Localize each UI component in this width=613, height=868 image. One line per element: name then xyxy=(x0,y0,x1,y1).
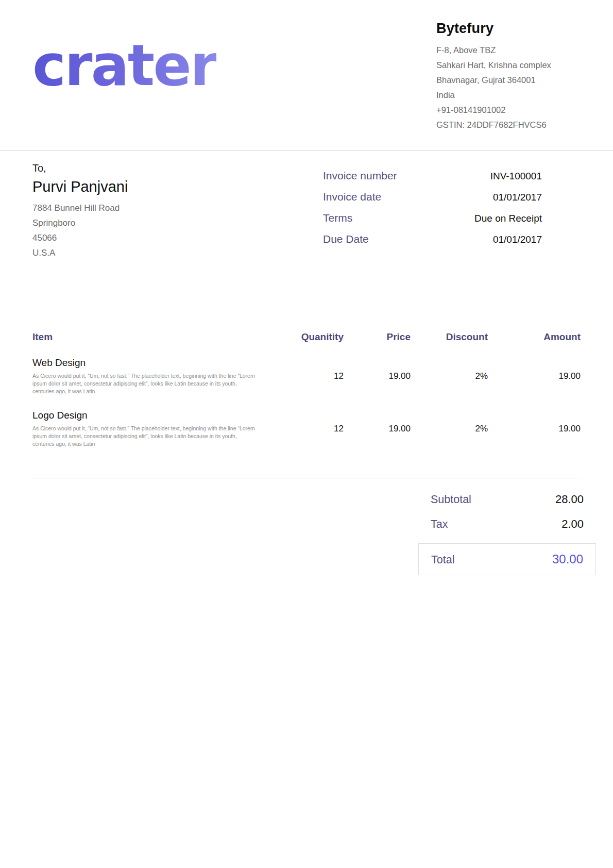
line-items-table: Item Quanitity Price Discount Amount Web… xyxy=(32,331,581,478)
invoice-date-row: Invoice date 01/01/2017 xyxy=(323,191,542,203)
totals-section: Subtotal 28.00 Tax 2.00 Total 30.00 xyxy=(418,493,596,575)
line-item-row: Logo Design As Cicero would put it, “Um,… xyxy=(32,395,581,448)
invoice-meta-block: Invoice number INV-100001 Invoice date 0… xyxy=(323,170,542,260)
table-bottom-divider xyxy=(32,478,581,478)
grand-total-value: 30.00 xyxy=(552,552,583,566)
line-item-discount: 2% xyxy=(411,424,488,434)
grand-total-label: Total xyxy=(431,554,454,566)
line-item-price: 19.00 xyxy=(344,424,411,434)
invoice-date-value: 01/01/2017 xyxy=(493,192,542,203)
line-item-description: As Cicero would put it, “Um, not so fast… xyxy=(32,372,259,395)
grand-total-box: Total 30.00 xyxy=(418,543,596,575)
due-date-value: 01/01/2017 xyxy=(493,234,542,245)
subtotal-label: Subtotal xyxy=(431,493,471,506)
company-gstin: GSTIN: 24DDF7682FHVCS6 xyxy=(436,118,581,132)
invoice-number-label: Invoice number xyxy=(323,170,397,182)
subtotal-value: 28.00 xyxy=(555,493,584,506)
bill-to-intro: To, xyxy=(32,162,128,174)
column-header-item: Item xyxy=(32,331,277,343)
company-address-line: F-8, Above TBZ xyxy=(436,43,581,58)
company-address-line: Bhavnagar, Gujrat 364001 xyxy=(436,73,581,88)
due-date-row: Due Date 01/01/2017 xyxy=(323,233,542,245)
column-header-quantity: Quanitity xyxy=(277,331,344,343)
customer-address-line: U.S.A xyxy=(32,245,128,260)
customer-name: Purvi Panjvani xyxy=(32,178,128,195)
company-name: Bytefury xyxy=(436,21,581,37)
invoice-header: crater Bytefury F-8, Above TBZ Sahkari H… xyxy=(0,0,613,151)
tax-value: 2.00 xyxy=(561,518,584,531)
line-item-amount: 19.00 xyxy=(488,424,581,434)
line-item-discount: 2% xyxy=(411,371,488,381)
line-item-quantity: 12 xyxy=(277,371,344,381)
company-address-line: India xyxy=(436,88,581,103)
invoice-number-row: Invoice number INV-100001 xyxy=(323,170,542,182)
line-item-cell: Logo Design As Cicero would put it, “Um,… xyxy=(32,410,277,448)
company-address-line: Sahkari Hart, Krishna complex xyxy=(436,58,581,73)
company-info: Bytefury F-8, Above TBZ Sahkari Hart, Kr… xyxy=(436,20,581,132)
line-item-quantity: 12 xyxy=(277,424,344,434)
crater-logo: crater xyxy=(32,37,216,94)
due-date-label: Due Date xyxy=(323,233,369,245)
company-phone: +91-08141901002 xyxy=(436,103,581,118)
column-header-amount: Amount xyxy=(488,331,581,343)
line-item-name: Logo Design xyxy=(32,410,277,421)
terms-row: Terms Due on Receipt xyxy=(323,212,542,224)
line-item-amount: 19.00 xyxy=(488,371,581,381)
invoice-number-value: INV-100001 xyxy=(490,171,542,182)
invoice-date-label: Invoice date xyxy=(323,191,381,203)
line-item-cell: Web Design As Cicero would put it, “Um, … xyxy=(32,357,277,395)
bill-to-block: To, Purvi Panjvani 7884 Bunnel Hill Road… xyxy=(32,162,128,260)
line-item-row: Web Design As Cicero would put it, “Um, … xyxy=(32,343,581,395)
customer-address-line: Springboro xyxy=(32,215,128,230)
subtotal-row: Subtotal 28.00 xyxy=(418,493,596,506)
terms-label: Terms xyxy=(323,212,352,224)
tax-row: Tax 2.00 xyxy=(418,518,596,531)
table-header-row: Item Quanitity Price Discount Amount xyxy=(32,331,581,343)
billing-section: To, Purvi Panjvani 7884 Bunnel Hill Road… xyxy=(32,162,581,260)
invoice-body: To, Purvi Panjvani 7884 Bunnel Hill Road… xyxy=(0,162,613,575)
column-header-discount: Discount xyxy=(411,331,488,343)
customer-address-line: 7884 Bunnel Hill Road xyxy=(32,201,128,215)
line-item-price: 19.00 xyxy=(344,371,411,381)
line-item-name: Web Design xyxy=(32,357,277,369)
column-header-price: Price xyxy=(344,331,411,343)
tax-label: Tax xyxy=(431,518,448,531)
terms-value: Due on Receipt xyxy=(474,213,542,224)
customer-address-line: 45066 xyxy=(32,230,128,245)
line-item-description: As Cicero would put it, “Um, not so fast… xyxy=(32,425,259,448)
